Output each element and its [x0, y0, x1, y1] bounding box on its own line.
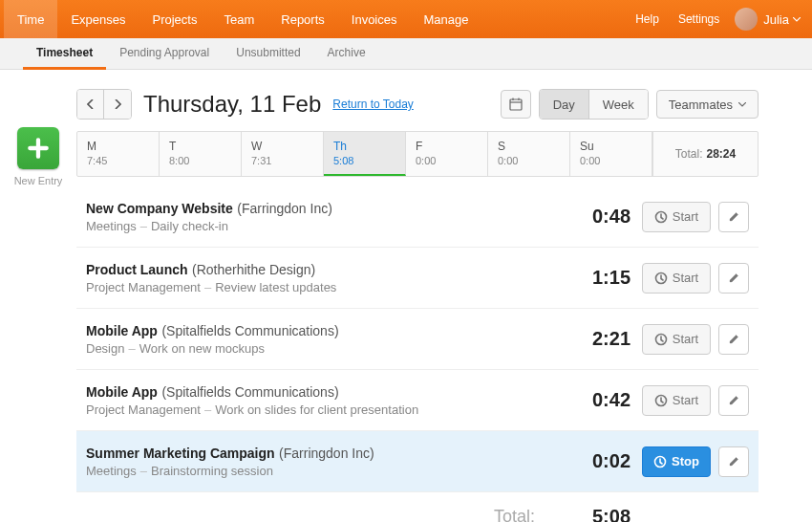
tab-timesheet[interactable]: Timesheet [23, 38, 106, 70]
pencil-icon [728, 394, 740, 406]
sub-nav: TimesheetPending ApprovalUnsubmittedArch… [0, 38, 812, 70]
week-strip: M7:45T8:00W7:31Th5:08F0:00S0:00Su0:00Tot… [76, 131, 759, 177]
nav-reports[interactable]: Reports [267, 0, 338, 38]
teammates-label: Teammates [669, 98, 733, 112]
plus-icon [26, 136, 51, 161]
entry-row: Mobile App (Spitalfields Communications)… [76, 370, 759, 431]
stop-button[interactable]: Stop [642, 446, 711, 477]
day-view-button[interactable]: Day [540, 90, 589, 119]
total-label: Total: [86, 507, 564, 522]
entry-project: Product Launch [86, 262, 188, 277]
return-today-link[interactable]: Return to Today [332, 98, 414, 111]
start-button[interactable]: Start [642, 202, 711, 232]
day-abbr: M [87, 140, 149, 153]
week-view-button[interactable]: Week [589, 90, 648, 119]
user-name-label: Julia [763, 12, 789, 27]
nav-projects[interactable]: Projects [139, 0, 211, 38]
day-time: 7:45 [87, 155, 149, 166]
day-abbr: Th [333, 140, 395, 153]
calendar-button[interactable] [501, 90, 531, 119]
chevron-down-icon [738, 102, 746, 107]
entry-sub: Meetings–Daily check-in [86, 219, 564, 233]
entry-project: Summer Marketing Campaign [86, 446, 275, 461]
day-abbr: S [498, 140, 560, 153]
nav-expenses[interactable]: Expenses [57, 0, 139, 38]
edit-button[interactable] [718, 324, 749, 355]
entry-time: 0:48 [564, 206, 630, 228]
entry-row: New Company Website (Farringdon Inc)Meet… [76, 186, 759, 248]
nav-time[interactable]: Time [4, 0, 57, 38]
edit-button[interactable] [718, 446, 749, 477]
clock-icon [654, 394, 668, 407]
nav-invoices[interactable]: Invoices [338, 0, 411, 38]
entry-client: (Spitalfields Communications) [161, 384, 338, 400]
day-abbr: F [416, 140, 478, 153]
entry-sub: Meetings–Brainstorming session [86, 464, 564, 478]
day-cell-f[interactable]: F0:00 [406, 132, 488, 176]
day-cell-m[interactable]: M7:45 [77, 132, 160, 176]
entry-info: Product Launch (Rotherhithe Design)Proje… [86, 261, 564, 294]
svg-rect-0 [510, 99, 522, 110]
prev-day-button[interactable] [77, 90, 104, 119]
tab-pending-approval[interactable]: Pending Approval [106, 38, 223, 70]
next-day-button[interactable] [104, 90, 131, 119]
entry-project: Mobile App [86, 323, 158, 338]
sidebar: New Entry [0, 89, 76, 522]
day-time: 5:08 [333, 155, 395, 166]
day-cell-su[interactable]: Su0:00 [570, 132, 652, 176]
entry-client: (Spitalfields Communications) [161, 323, 338, 338]
entry-info: Mobile App (Spitalfields Communications)… [86, 383, 564, 417]
avatar[interactable] [735, 8, 758, 31]
edit-button[interactable] [718, 202, 749, 232]
date-nav [76, 89, 132, 120]
total-row: Total: 5:08 [76, 492, 759, 522]
pencil-icon [728, 455, 740, 468]
help-link[interactable]: Help [626, 12, 669, 26]
total-value: 5:08 [564, 506, 630, 522]
entry-time: 1:15 [564, 267, 630, 289]
start-button[interactable]: Start [642, 385, 711, 416]
day-cell-w[interactable]: W7:31 [242, 132, 324, 176]
entry-project: New Company Website [86, 201, 233, 216]
day-time: 0:00 [416, 155, 478, 166]
clock-icon [654, 333, 668, 346]
edit-button[interactable] [718, 263, 749, 294]
entry-sub: Design–Work on new mockups [86, 341, 564, 356]
user-menu[interactable]: Julia [758, 12, 808, 27]
entry-time: 0:02 [564, 450, 630, 472]
day-cell-t[interactable]: T8:00 [160, 132, 242, 176]
entry-client: (Farringdon Inc) [279, 446, 374, 461]
entry-row: Mobile App (Spitalfields Communications)… [76, 309, 759, 370]
tab-archive[interactable]: Archive [314, 38, 379, 70]
top-nav: TimeExpensesProjectsTeamReportsInvoicesM… [0, 0, 812, 38]
day-abbr: W [251, 140, 313, 153]
start-button[interactable]: Start [642, 263, 711, 294]
pencil-icon [728, 333, 740, 345]
date-title: Thursday, 11 Feb [143, 91, 321, 118]
teammates-button[interactable]: Teammates [656, 90, 759, 119]
chevron-down-icon [793, 17, 801, 22]
new-entry-label: New Entry [14, 175, 63, 186]
week-total: Total: 28:24 [652, 132, 758, 176]
entry-client: (Rotherhithe Design) [192, 262, 315, 277]
day-time: 0:00 [498, 155, 560, 166]
start-button[interactable]: Start [642, 324, 711, 355]
day-abbr: T [169, 140, 231, 153]
nav-team[interactable]: Team [210, 0, 267, 38]
entry-time: 0:42 [564, 389, 630, 411]
tab-unsubmitted[interactable]: Unsubmitted [223, 38, 313, 70]
entry-client: (Farringdon Inc) [237, 201, 332, 216]
nav-manage[interactable]: Manage [411, 0, 482, 38]
day-cell-th[interactable]: Th5:08 [324, 132, 406, 176]
calendar-icon [509, 98, 523, 111]
day-abbr: Su [580, 140, 642, 153]
day-time: 8:00 [169, 155, 231, 166]
settings-link[interactable]: Settings [669, 12, 729, 26]
new-entry-button[interactable] [17, 127, 59, 169]
entry-info: New Company Website (Farringdon Inc)Meet… [86, 200, 564, 233]
clock-icon [654, 272, 668, 285]
day-cell-s[interactable]: S0:00 [488, 132, 570, 176]
edit-button[interactable] [718, 385, 749, 416]
clock-icon [654, 210, 668, 224]
entry-sub: Project Management–Review latest updates [86, 280, 564, 294]
